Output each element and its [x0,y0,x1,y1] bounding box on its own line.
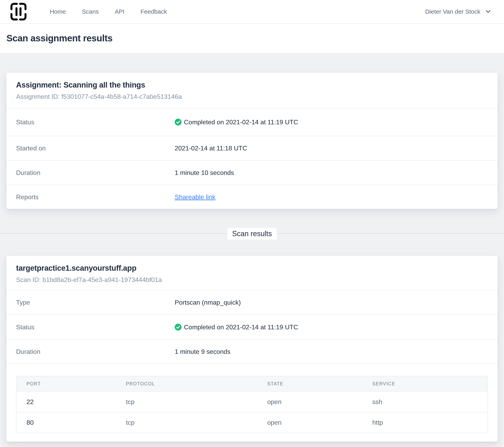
navbar: Home Scans API Feedback Dieter Van der S… [0,0,504,24]
type-row: Type Portscan (nmap_quick) [6,290,498,314]
cell-protocol: tcp [116,392,257,412]
status-text: Completed on 2021-02-14 at 11:19 UTC [184,119,298,126]
duration-label: Duration [16,169,175,177]
main-content: Assignment: Scanning all the things Assi… [0,73,504,447]
shareable-link[interactable]: Shareable link [175,193,216,201]
scan-status-value: Completed on 2021-02-14 at 11:19 UTC [175,323,298,331]
section-divider: Scan results [0,233,504,234]
col-header-protocol: PROTOCOL [116,376,257,392]
scan-duration-row: Duration 1 minute 9 seconds [6,339,498,363]
nav-item-scans[interactable]: Scans [82,8,99,15]
cell-state: open [257,412,362,433]
col-header-state: STATE [257,376,362,392]
brand-logo-icon[interactable] [10,3,26,20]
assignment-card: Assignment: Scanning all the things Assi… [6,73,498,209]
assignment-card-title: Assignment: Scanning all the things [16,80,488,90]
reports-row: Reports Shareable link [6,185,498,209]
started-label: Started on [16,144,175,152]
cell-port: 22 [17,392,116,412]
status-label: Status [16,119,175,126]
scan-card-title: targetpractice1.scanyourstuff.app [16,263,488,273]
scan-card: targetpractice1.scanyourstuff.app Scan I… [6,256,498,442]
section-divider-label: Scan results [227,228,277,240]
user-name: Dieter Van der Stock [425,8,480,15]
duration-row: Duration 1 minute 10 seconds [6,160,498,185]
scan-status-label: Status [16,323,175,331]
assignment-id: Assignment ID: f5301077-c54a-4b58-a714-c… [16,92,488,101]
scan-status-text: Completed on 2021-02-14 at 11:19 UTC [184,323,298,331]
duration-value: 1 minute 10 seconds [175,169,234,177]
ports-table: PORT PROTOCOL STATE SERVICE 22 tcp open … [17,376,487,433]
nav-item-api[interactable]: API [115,8,124,15]
scan-card-header: targetpractice1.scanyourstuff.app Scan I… [6,256,498,290]
assignment-card-header: Assignment: Scanning all the things Assi… [6,73,498,108]
chevron-down-icon [486,10,491,14]
reports-label: Reports [16,193,175,201]
started-row: Started on 2021-02-14 at 11:18 UTC [6,136,498,160]
page-title: Scan assignment results [6,33,498,44]
scan-id: Scan ID: b1bd8a2b-ef7a-45e3-a941-1973444… [16,275,488,284]
col-header-service: SERVICE [362,376,487,392]
nav-menu: Home Scans API Feedback [50,8,167,15]
nav-item-home[interactable]: Home [50,8,66,15]
cell-service: http [362,412,487,433]
table-row: 22 tcp open ssh [17,392,487,412]
nav-item-feedback[interactable]: Feedback [141,8,167,15]
scan-duration-value: 1 minute 9 seconds [175,348,231,356]
scan-duration-label: Duration [16,348,175,356]
page-title-bar: Scan assignment results [0,24,504,53]
scan-status-row: Status Completed on 2021-02-14 at 11:19 … [6,314,498,339]
type-value: Portscan (nmap_quick) [175,299,241,306]
ports-table-section: PORT PROTOCOL STATE SERVICE 22 tcp open … [6,363,498,442]
check-circle-icon [175,324,181,331]
user-menu[interactable]: Dieter Van der Stock [425,8,491,15]
table-header-row: PORT PROTOCOL STATE SERVICE [17,376,487,392]
table-row: 80 tcp open http [17,412,487,433]
cell-port: 80 [17,412,116,433]
check-circle-icon [175,119,181,125]
status-value: Completed on 2021-02-14 at 11:19 UTC [175,119,298,126]
cell-service: ssh [362,392,487,412]
started-value: 2021-02-14 at 11:18 UTC [175,144,247,152]
col-header-port: PORT [17,376,116,392]
status-row: Status Completed on 2021-02-14 at 11:19 … [6,108,498,136]
cell-protocol: tcp [116,412,257,433]
cell-state: open [257,392,362,412]
type-label: Type [16,299,175,306]
